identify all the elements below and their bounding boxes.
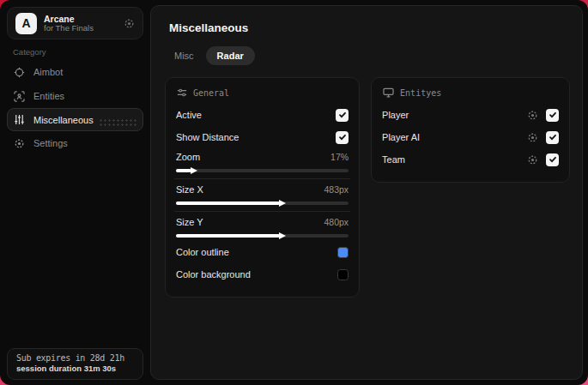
app-subtitle: for The Finals xyxy=(44,24,117,33)
app-title: Arcane xyxy=(44,14,117,24)
slider-thumb[interactable] xyxy=(279,200,286,207)
slider-thumb[interactable] xyxy=(279,232,286,239)
slider-value: 480px xyxy=(324,217,349,227)
slider-label: Size Y xyxy=(176,217,203,227)
check-icon xyxy=(549,155,557,164)
general-card-header: General xyxy=(177,87,349,98)
gear-icon[interactable] xyxy=(527,154,538,165)
zoom-slider[interactable] xyxy=(176,169,349,172)
sliders-horizontal-icon xyxy=(177,87,187,98)
app-window: A Arcane for The Finals Category Aimbot xyxy=(0,0,588,385)
check-icon xyxy=(549,133,557,141)
player-ai-checkbox[interactable] xyxy=(546,131,559,144)
toggle-row-show-distance: Show Distance xyxy=(176,128,349,147)
sidebar-item-settings[interactable]: Settings xyxy=(7,131,143,155)
sidebar-item-label: Settings xyxy=(33,138,68,148)
check-icon xyxy=(338,133,347,141)
slider-label: Zoom xyxy=(176,152,200,162)
slider-fill xyxy=(176,202,280,205)
divider xyxy=(174,178,350,179)
slider-fill xyxy=(176,234,280,238)
cards-row: General Active Show Distance Z xyxy=(165,77,570,298)
entity-label: Team xyxy=(382,154,405,165)
brand-card: A Arcane for The Finals xyxy=(7,7,143,39)
gear-icon[interactable] xyxy=(527,110,538,121)
slider-value: 483px xyxy=(324,184,349,195)
dots-decoration xyxy=(99,118,136,128)
gear-icon[interactable] xyxy=(527,132,538,143)
entity-row-player-ai: Player AI xyxy=(382,128,559,147)
sidebar-item-label: Aimbot xyxy=(33,67,63,77)
color-outline-swatch[interactable] xyxy=(337,247,349,258)
crosshair-icon xyxy=(14,67,25,78)
zoom-slider-group: Zoom 17% xyxy=(176,152,349,172)
active-checkbox[interactable] xyxy=(336,109,349,122)
slider-value: 17% xyxy=(330,152,349,162)
size-x-slider-group: Size X 483px xyxy=(176,184,349,205)
check-icon xyxy=(549,111,557,119)
entity-row-player: Player xyxy=(382,105,559,124)
color-background-row: Color background xyxy=(176,265,349,284)
color-background-swatch[interactable] xyxy=(337,269,349,280)
gear-icon[interactable] xyxy=(124,18,135,29)
sidebar-item-miscellaneous[interactable]: Miscellaneous xyxy=(7,108,143,131)
slider-label: Size X xyxy=(176,184,203,195)
page-title: Miscellaneous xyxy=(169,21,570,34)
sub-expiry-text: Sub expires in 28d 21h xyxy=(16,353,134,363)
sidebar-item-aimbot[interactable]: Aimbot xyxy=(7,60,143,84)
entity-row-team: Team xyxy=(382,150,559,169)
scan-icon xyxy=(14,91,25,102)
entities-card-header: Entityes xyxy=(383,87,559,98)
slider-thumb[interactable] xyxy=(191,167,197,174)
entities-card-title: Entityes xyxy=(400,88,441,98)
show-distance-checkbox[interactable] xyxy=(336,131,349,144)
general-card-title: General xyxy=(193,88,229,98)
divider xyxy=(174,211,350,212)
sidebar-item-entities[interactable]: Entities xyxy=(7,84,143,108)
toggle-row-active: Active xyxy=(176,105,349,124)
entities-card: Entityes Player xyxy=(371,77,570,183)
monitor-icon xyxy=(383,87,394,98)
sidebar-item-label: Entities xyxy=(33,91,64,101)
gear-icon xyxy=(14,138,25,149)
app-logo: A xyxy=(15,13,37,34)
color-label: Color outline xyxy=(176,247,229,257)
size-y-slider[interactable] xyxy=(176,234,349,238)
tab-misc[interactable]: Misc xyxy=(166,47,203,64)
sidebar-nav: Aimbot Entities Miscella xyxy=(0,60,150,155)
player-checkbox[interactable] xyxy=(546,109,559,122)
toggle-label: Active xyxy=(176,110,202,120)
color-label: Color background xyxy=(176,269,251,280)
team-checkbox[interactable] xyxy=(546,153,559,166)
color-outline-row: Color outline xyxy=(176,243,349,262)
session-duration-text: session duration 31m 30s xyxy=(16,364,134,373)
subscription-card: Sub expires in 28d 21h session duration … xyxy=(7,348,143,380)
tab-bar: Misc Radar xyxy=(166,46,570,65)
brand-text: Arcane for The Finals xyxy=(44,14,117,33)
sliders-vertical-icon xyxy=(14,114,25,125)
toggle-label: Show Distance xyxy=(176,132,239,142)
entity-label: Player xyxy=(382,110,409,120)
main-panel: Miscellaneous Misc Radar General xyxy=(150,5,583,380)
tab-radar[interactable]: Radar xyxy=(206,46,255,65)
general-card: General Active Show Distance Z xyxy=(165,77,360,298)
entity-label: Player AI xyxy=(382,132,420,142)
check-icon xyxy=(338,111,347,119)
sidebar-item-label: Miscellaneous xyxy=(33,115,94,125)
category-label: Category xyxy=(13,47,46,57)
size-y-slider-group: Size Y 480px xyxy=(176,217,349,238)
slider-fill xyxy=(176,169,191,172)
size-x-slider[interactable] xyxy=(176,202,349,205)
sidebar: A Arcane for The Finals Category Aimbot xyxy=(0,0,150,385)
